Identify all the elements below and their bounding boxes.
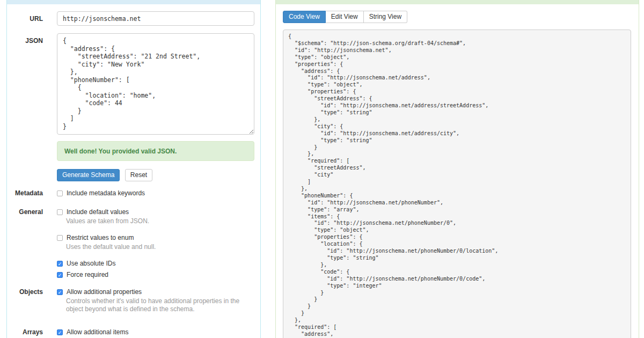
section-label-objects: Objects xyxy=(7,288,43,296)
checkbox-allow-additional-properties[interactable]: ✓ xyxy=(57,289,63,295)
option-label[interactable]: Use absolute IDs xyxy=(67,260,115,267)
generated-schema-code-box[interactable]: { "$schema": "http://json-schema.org/dra… xyxy=(283,30,631,338)
valid-json-alert-text: Well done! You provided valid JSON. xyxy=(64,148,177,155)
tab-edit-view[interactable]: Edit View xyxy=(326,11,364,23)
section-label-arrays: Arrays xyxy=(7,328,43,336)
checkbox-include-default-values[interactable] xyxy=(57,209,63,215)
input-panel: URL JSON { "address": { "streetAddress":… xyxy=(6,0,261,338)
reset-button[interactable]: Reset xyxy=(125,169,152,181)
section-label-metadata: Metadata xyxy=(7,189,43,197)
option-label[interactable]: Restrict values to enum xyxy=(67,234,134,241)
tab-string-view[interactable]: String View xyxy=(364,11,407,23)
checkbox-include-metadata-keywords[interactable] xyxy=(57,190,63,196)
generate-schema-button[interactable]: Generate Schema xyxy=(57,169,120,181)
output-panel-header-strip xyxy=(276,0,639,4)
option-help-text: Values are taken from JSON. xyxy=(66,217,255,225)
checkbox-restrict-values-to-enum[interactable] xyxy=(57,235,63,241)
option-label[interactable]: Include default values xyxy=(67,208,129,216)
option-label[interactable]: Include metadata keywords xyxy=(67,189,145,197)
schema-output-panel: Code View Edit View String View { "$sche… xyxy=(275,0,639,338)
json-input-textarea[interactable]: { "address": { "streetAddress": "21 2nd … xyxy=(57,33,254,135)
input-panel-header-strip xyxy=(7,0,260,4)
checkbox-use-absolute-ids[interactable]: ✓ xyxy=(57,261,63,267)
option-label[interactable]: Force required xyxy=(67,271,108,278)
tab-code-view[interactable]: Code View xyxy=(283,11,326,23)
option-label[interactable]: Allow additional properties xyxy=(67,288,142,296)
url-label: URL xyxy=(7,15,43,23)
view-tabs: Code View Edit View String View xyxy=(283,11,407,23)
option-label[interactable]: Allow additional items xyxy=(67,328,128,336)
button-row: Generate Schema Reset xyxy=(57,169,152,181)
checkbox-allow-additional-items[interactable]: ✓ xyxy=(57,329,63,335)
url-input[interactable] xyxy=(57,11,254,26)
checkbox-force-required[interactable]: ✓ xyxy=(57,272,63,278)
option-help-text: Controls whether it's valid to have addi… xyxy=(66,297,255,313)
section-label-general: General xyxy=(7,208,43,216)
valid-json-alert: Well done! You provided valid JSON. xyxy=(57,141,254,161)
option-help-text: Uses the default value and null. xyxy=(66,243,255,251)
generated-schema-code: { "$schema": "http://json-schema.org/dra… xyxy=(288,33,626,338)
json-label: JSON xyxy=(7,37,43,45)
